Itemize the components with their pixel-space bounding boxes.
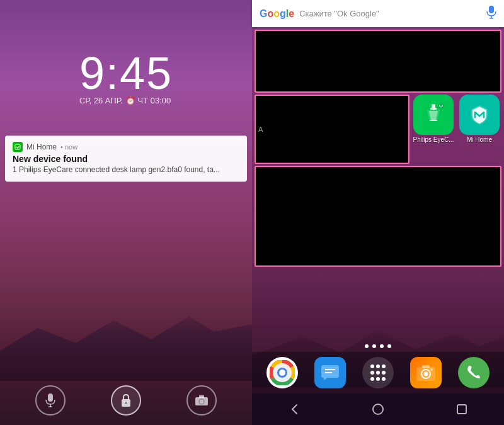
left-bottom-bar	[0, 385, 252, 416]
notification-title: New device found	[13, 154, 239, 164]
svg-rect-28	[457, 405, 466, 414]
back-button[interactable]	[282, 400, 307, 419]
camera-button[interactable]	[186, 385, 217, 416]
app-grid: A Philips EyeC.	[252, 27, 504, 341]
svg-rect-25	[422, 365, 430, 368]
notification-body: 1 Philips EyeCare connected desk lamp ge…	[13, 165, 239, 175]
svg-rect-19	[321, 365, 339, 378]
svg-rect-12	[432, 104, 435, 108]
apps-dot	[370, 377, 374, 381]
page-dots	[252, 341, 504, 352]
svg-rect-1	[48, 393, 53, 402]
google-search-hint: Скажите "Ok Google"	[299, 9, 481, 18]
apps-dot	[370, 371, 374, 375]
svg-point-18	[279, 370, 285, 376]
recent-apps-button[interactable]	[449, 400, 474, 419]
dot-3	[380, 344, 384, 348]
apps-dot	[382, 364, 386, 368]
messages-icon[interactable]	[314, 357, 346, 388]
mihome-icon[interactable]: Mi Home	[457, 95, 501, 164]
date-text: СР, 26 АПР.	[79, 96, 123, 105]
svg-point-27	[373, 404, 383, 414]
svg-rect-15	[438, 103, 444, 108]
svg-rect-14	[430, 120, 437, 121]
apps-dot	[370, 364, 374, 368]
mic-button[interactable]	[35, 385, 66, 416]
apps-drawer-icon[interactable]	[362, 357, 394, 388]
apps-dot	[376, 364, 380, 368]
mihome-app-label: Mi Home	[467, 136, 492, 143]
svg-point-24	[424, 372, 428, 376]
dot-4	[387, 344, 391, 348]
widget-bottom	[255, 166, 501, 267]
philips-app-label: Philips EyeC...	[413, 136, 454, 143]
phone-icon[interactable]	[458, 357, 490, 388]
dot-2	[372, 344, 376, 348]
apps-dot	[382, 377, 386, 381]
alarm-icon: ⏰	[125, 96, 135, 105]
notification-app-icon	[13, 142, 23, 152]
unlock-button[interactable]	[111, 385, 141, 416]
lock-screen: 9:45 СР, 26 АПР. ⏰ ЧТ 03:00 Mi Home • no…	[0, 0, 252, 425]
mihome-app-icon[interactable]	[459, 95, 500, 135]
philips-app-icon[interactable]	[413, 95, 454, 135]
clock-time: 9:45	[79, 50, 173, 96]
google-logo: Google	[260, 8, 294, 20]
widget-top	[255, 30, 501, 93]
navigation-bar	[252, 393, 504, 425]
svg-rect-8	[199, 395, 204, 398]
svg-point-26	[430, 368, 433, 371]
notification-card[interactable]: Mi Home • now New device found 1 Philips…	[5, 136, 247, 182]
svg-point-5	[125, 402, 127, 404]
apps-dot	[382, 371, 386, 375]
camera-dock-icon[interactable]	[410, 357, 442, 388]
notification-time: • now	[60, 143, 77, 151]
google-search-bar[interactable]: Google Скажите "Ok Google"	[252, 0, 504, 27]
philips-eyecare-icon[interactable]: Philips EyeC...	[411, 95, 455, 164]
apps-dot	[376, 377, 380, 381]
home-screen: Google Скажите "Ok Google" A	[252, 0, 504, 425]
notification-app-name: Mi Home	[26, 143, 57, 151]
svg-rect-13	[430, 108, 437, 110]
widget-middle-row: A Philips EyeC.	[255, 95, 501, 164]
home-button[interactable]	[365, 400, 391, 419]
chrome-icon[interactable]	[266, 357, 298, 388]
dot-1	[365, 344, 369, 348]
date-alarm: СР, 26 АПР. ⏰ ЧТ 03:00	[79, 96, 173, 105]
apps-dot	[376, 371, 380, 375]
svg-rect-9	[489, 6, 494, 13]
widget-middle-left: A	[255, 95, 410, 164]
google-mic-icon[interactable]	[486, 5, 496, 22]
widget-label-a: A	[258, 125, 263, 133]
clock-area: 9:45 СР, 26 АПР. ⏰ ЧТ 03:00	[79, 50, 173, 105]
alarm-time: ЧТ 03:00	[138, 96, 171, 105]
notification-header: Mi Home • now	[13, 142, 239, 152]
dock	[252, 352, 504, 393]
